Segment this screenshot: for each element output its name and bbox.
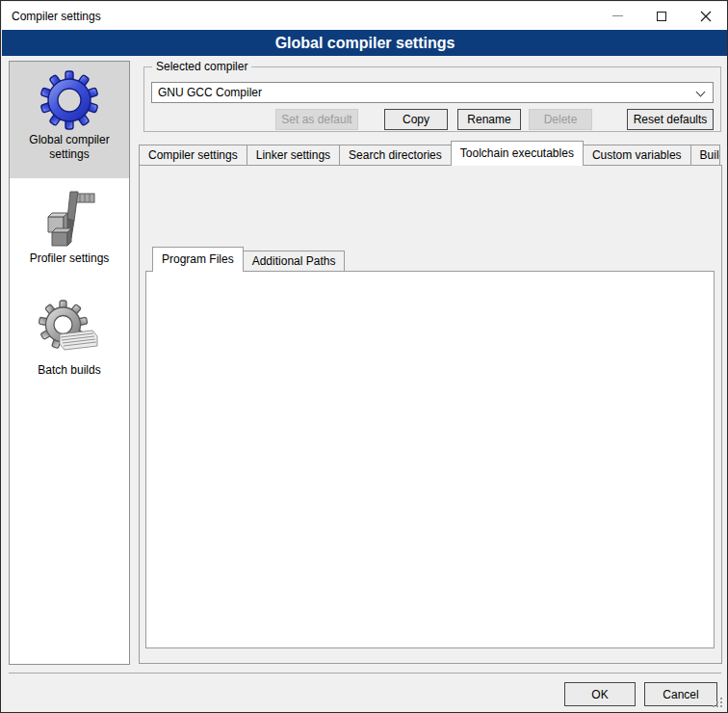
dialog-header-band: Global compiler settings	[2, 30, 728, 56]
subtab-program-files[interactable]: Program Files	[152, 247, 244, 272]
settings-category-list: Global compiler settings	[9, 61, 130, 665]
cancel-button[interactable]: Cancel	[644, 682, 717, 706]
title-bar: Compiler settings	[2, 2, 728, 30]
minimize-button[interactable]	[595, 2, 639, 30]
sidebar-item-batch-builds[interactable]: Batch builds	[10, 286, 129, 407]
compiler-settings-dialog: Compiler settings Global compiler settin…	[0, 0, 728, 713]
rename-button[interactable]: Rename	[457, 109, 521, 130]
tab-custom-variables[interactable]: Custom variables	[583, 145, 691, 166]
copy-button[interactable]: Copy	[384, 109, 448, 130]
reset-defaults-button[interactable]: Reset defaults	[627, 109, 714, 130]
sidebar-item-label: Batch builds	[10, 361, 129, 385]
sidebar-item-global-compiler-settings[interactable]: Global compiler settings	[10, 62, 129, 178]
tab-compiler-settings[interactable]: Compiler settings	[139, 145, 247, 166]
set-as-default-button[interactable]: Set as default	[275, 109, 358, 130]
close-button[interactable]	[684, 2, 728, 30]
selected-compiler-group-label: Selected compiler	[152, 60, 251, 73]
maximize-button[interactable]	[639, 2, 684, 30]
footer-divider	[9, 673, 721, 673]
resize-grip[interactable]	[720, 705, 722, 707]
subtab-additional-paths[interactable]: Additional Paths	[243, 251, 346, 272]
minimize-icon	[612, 15, 623, 16]
delete-button[interactable]: Delete	[529, 109, 592, 130]
ok-button[interactable]: OK	[564, 682, 636, 706]
page-title: Global compiler settings	[275, 35, 455, 52]
sidebar-item-profiler-settings[interactable]: Profiler settings	[10, 178, 129, 286]
tab-linker-settings[interactable]: Linker settings	[247, 145, 340, 166]
close-icon	[700, 11, 712, 22]
caliper-icon	[39, 188, 100, 250]
compiler-settings-tabs: Compiler settings Linker settings Search…	[139, 141, 720, 166]
toolchain-subtabs: Program Files Additional Paths	[152, 247, 345, 272]
program-files-page	[145, 271, 715, 648]
window-title: Compiler settings	[2, 10, 101, 23]
tab-toolchain-executables[interactable]: Toolchain executables	[451, 141, 584, 166]
gray-gear-stack-icon	[39, 300, 100, 361]
compiler-select-value: GNU GCC Compiler	[158, 86, 262, 99]
tab-search-directories[interactable]: Search directories	[339, 145, 452, 166]
maximize-icon	[657, 12, 666, 21]
compiler-select[interactable]: GNU GCC Compiler	[151, 82, 714, 103]
blue-gear-icon	[39, 69, 100, 131]
chevron-down-icon	[696, 88, 706, 97]
sidebar-item-label: Global compiler settings	[10, 131, 129, 170]
sidebar-item-label: Profiler settings	[10, 250, 129, 274]
tab-build-options[interactable]: Build	[690, 145, 720, 166]
